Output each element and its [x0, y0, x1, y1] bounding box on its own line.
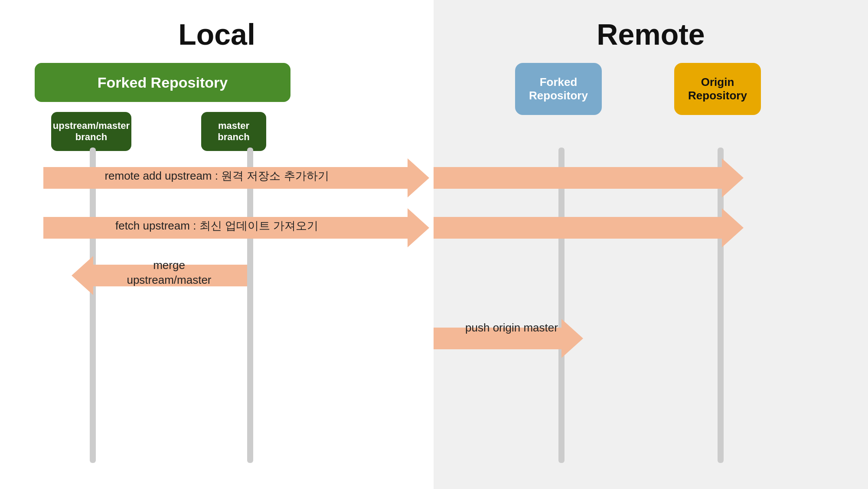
local-title: Local	[0, 0, 434, 51]
fetch-upstream-right-arrow	[434, 208, 744, 247]
upstream-lifeline	[90, 148, 96, 463]
remote-add-right-arrow	[434, 158, 744, 197]
forked-remote-lifeline	[558, 148, 565, 463]
upstream-branch-box: upstream/master branch	[51, 112, 131, 151]
master-lifeline	[247, 148, 253, 463]
remote-section: Remote Forked Repository Origin Reposito…	[434, 0, 868, 489]
origin-repo-label: Origin Repository	[688, 75, 747, 102]
forked-repo-remote-box: Forked Repository	[515, 63, 602, 115]
master-branch-box: master branch	[201, 112, 266, 151]
remote-add-label: remote add upstream : 원격 저장소 추가하기	[65, 168, 369, 184]
forked-repo-local-box: Forked Repository	[35, 63, 290, 102]
forked-repo-local-label: Forked Repository	[98, 74, 228, 91]
upstream-branch-label: upstream/master branch	[53, 120, 130, 143]
origin-lifeline	[718, 148, 724, 463]
master-branch-label: master branch	[218, 120, 249, 143]
remote-arrows-svg	[434, 0, 868, 489]
push-origin-label: push origin master	[447, 321, 577, 335]
origin-repo-box: Origin Repository	[674, 63, 761, 115]
fetch-upstream-label: fetch upstream : 최신 업데이트 가져오기	[65, 218, 369, 233]
merge-upstream-label: merge upstream/master	[95, 258, 243, 288]
forked-repo-remote-label: Forked Repository	[529, 75, 588, 102]
remote-title: Remote	[434, 0, 868, 51]
local-section: Local Forked Repository upstream/master …	[0, 0, 434, 489]
